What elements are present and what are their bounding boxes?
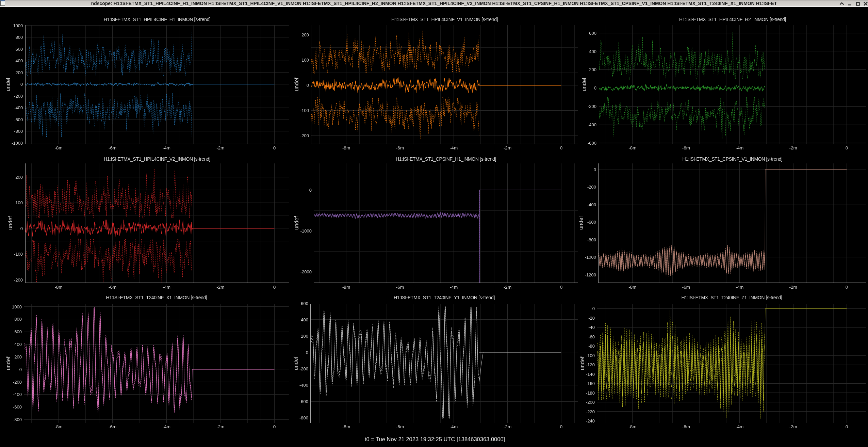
svg-text:-600: -600 (13, 404, 22, 410)
svg-text:800: 800 (14, 317, 22, 322)
svg-text:400: 400 (16, 58, 23, 63)
svg-text:-4m: -4m (163, 145, 170, 150)
svg-text:-6m: -6m (682, 285, 690, 290)
svg-text:undef: undef (579, 356, 585, 370)
svg-text:undef: undef (578, 216, 584, 230)
svg-text:H1:ISI-ETMX_ST1_HPIL4CINF_H1_I: H1:ISI-ETMX_ST1_HPIL4CINF_H1_INMON [s-tr… (104, 17, 211, 22)
svg-text:undef: undef (581, 77, 587, 91)
svg-text:-4m: -4m (736, 145, 743, 150)
svg-text:-8m: -8m (628, 285, 636, 290)
svg-text:200: 200 (301, 32, 309, 37)
svg-text:-240: -240 (586, 418, 595, 424)
svg-text:0: 0 (594, 167, 596, 172)
svg-text:-1000: -1000 (585, 255, 596, 260)
svg-text:-100: -100 (14, 252, 23, 257)
svg-text:-4m: -4m (450, 285, 458, 290)
svg-text:0: 0 (846, 424, 848, 429)
svg-text:-4m: -4m (736, 424, 743, 429)
svg-text:200: 200 (14, 354, 22, 360)
svg-text:-2m: -2m (216, 424, 224, 429)
svg-text:600: 600 (301, 301, 308, 306)
svg-text:undef: undef (5, 77, 11, 91)
svg-text:600: 600 (589, 31, 596, 36)
svg-text:-8m: -8m (342, 424, 350, 429)
svg-text:-200: -200 (588, 104, 596, 109)
svg-text:-2000: -2000 (300, 269, 312, 274)
svg-text:-800: -800 (299, 415, 308, 420)
svg-text:0: 0 (273, 145, 276, 150)
svg-text:0: 0 (560, 145, 563, 150)
svg-text:-4m: -4m (163, 424, 170, 429)
svg-text:H1:ISI-ETMX_ST1_HPIL4CINF_H2_I: H1:ISI-ETMX_ST1_HPIL4CINF_H2_INMON [s-tr… (679, 17, 786, 22)
svg-text:undef: undef (294, 216, 299, 230)
svg-text:-8m: -8m (54, 424, 62, 429)
svg-text:-200: -200 (13, 380, 22, 385)
svg-text:-2m: -2m (216, 145, 224, 150)
svg-text:0: 0 (309, 188, 312, 193)
svg-text:-8m: -8m (54, 285, 62, 290)
svg-text:-2m: -2m (789, 145, 797, 150)
svg-text:-6m: -6m (682, 145, 690, 150)
svg-text:1000: 1000 (12, 304, 22, 309)
svg-text:0: 0 (594, 85, 596, 91)
svg-text:-40: -40 (588, 325, 595, 330)
svg-text:-8m: -8m (342, 145, 350, 150)
svg-text:-600: -600 (14, 117, 23, 122)
svg-text:-200: -200 (299, 366, 308, 371)
svg-text:200: 200 (301, 334, 308, 339)
svg-text:200: 200 (16, 70, 23, 75)
svg-text:0: 0 (560, 285, 563, 290)
svg-text:-600: -600 (587, 220, 596, 225)
svg-text:-1000: -1000 (300, 228, 312, 234)
svg-text:-6m: -6m (109, 145, 116, 150)
svg-text:-6m: -6m (109, 285, 116, 290)
svg-text:-1200: -1200 (585, 272, 596, 277)
svg-text:-60: -60 (588, 334, 595, 339)
svg-text:t0 = Tue Nov 21 2023 19:32:25: t0 = Tue Nov 21 2023 19:32:25 UTC [13846… (365, 436, 505, 442)
svg-text:-100: -100 (300, 108, 309, 113)
svg-text:100: 100 (15, 200, 23, 205)
svg-text:-120: -120 (586, 362, 595, 367)
svg-text:100: 100 (301, 58, 309, 63)
svg-text:-2m: -2m (789, 285, 797, 290)
svg-text:-8m: -8m (628, 145, 636, 150)
svg-text:800: 800 (16, 35, 23, 40)
svg-text:H1:ISI-ETMX_ST1_T240INF_X1_INM: H1:ISI-ETMX_ST1_T240INF_X1_INMON [s-tren… (106, 295, 207, 300)
svg-text:0: 0 (846, 145, 848, 150)
svg-text:-2m: -2m (504, 424, 511, 429)
svg-text:-1000: -1000 (12, 141, 23, 146)
svg-text:-6m: -6m (396, 145, 404, 150)
svg-text:-180: -180 (586, 390, 595, 396)
svg-text:-200: -200 (587, 185, 596, 190)
svg-text:-8m: -8m (628, 424, 636, 429)
svg-text:-2m: -2m (789, 424, 797, 429)
svg-text:400: 400 (14, 342, 22, 347)
svg-text:undef: undef (7, 216, 13, 230)
svg-text:-6m: -6m (396, 285, 404, 290)
svg-text:0: 0 (19, 367, 22, 372)
svg-text:0: 0 (273, 285, 276, 290)
svg-text:-6m: -6m (682, 424, 690, 429)
svg-text:-2m: -2m (504, 145, 511, 150)
svg-text:400: 400 (589, 49, 596, 54)
svg-text:-800: -800 (587, 237, 596, 242)
svg-text:0: 0 (560, 424, 563, 429)
svg-text:-4m: -4m (736, 285, 743, 290)
svg-text:0: 0 (20, 82, 23, 87)
svg-text:-200: -200 (14, 94, 23, 99)
svg-text:undef: undef (294, 77, 299, 91)
svg-text:200: 200 (589, 67, 596, 72)
svg-text:-400: -400 (299, 383, 308, 388)
svg-text:-80: -80 (588, 344, 595, 349)
svg-text:0: 0 (20, 226, 23, 231)
svg-text:-220: -220 (586, 409, 595, 414)
svg-text:0: 0 (592, 306, 595, 311)
svg-text:-800: -800 (14, 129, 23, 134)
svg-text:H1:ISI-ETMX_ST1_HPIL4CINF_V1_I: H1:ISI-ETMX_ST1_HPIL4CINF_V1_INMON [s-tr… (391, 17, 498, 22)
svg-text:-800: -800 (13, 417, 22, 422)
svg-text:H1:ISI-ETMX_ST1_CPSINF_V1_INMO: H1:ISI-ETMX_ST1_CPSINF_V1_INMON [s-trend… (682, 156, 782, 162)
svg-text:H1:ISI-ETMX_ST1_T240INF_Y1_INM: H1:ISI-ETMX_ST1_T240INF_Y1_INMON [s-tren… (394, 295, 495, 300)
svg-text:-4m: -4m (163, 285, 170, 290)
svg-text:-100: -100 (586, 353, 595, 358)
svg-text:H1:ISI-ETMX_ST1_HPIL4CINF_V2_I: H1:ISI-ETMX_ST1_HPIL4CINF_V2_INMON [s-tr… (104, 156, 210, 162)
